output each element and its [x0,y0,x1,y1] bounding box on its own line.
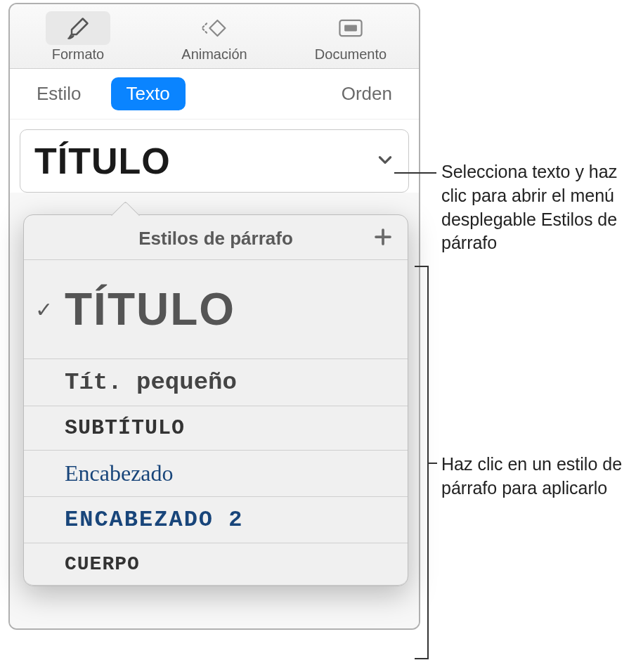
popover-header: Estilos de párrafo [24,215,408,259]
popover-title: Estilos de párrafo [138,228,293,250]
slide-icon [317,11,384,45]
style-item-tit-pequeno[interactable]: Tít. pequeño [24,358,408,406]
tab-text[interactable]: Texto [111,77,186,110]
style-list: ✓ Título Tít. pequeño Subtítulo Encabeza… [24,259,408,586]
callout-leader [429,463,437,464]
style-item-encabezado[interactable]: Encabezado [24,450,408,496]
chevron-down-icon [376,150,394,172]
style-item-cuerpo[interactable]: Cuerpo [24,543,408,586]
add-style-button[interactable] [371,225,395,249]
sub-tabbar: Estilo Texto Orden [10,69,419,119]
current-style-name: Título [34,140,171,182]
style-label: Cuerpo [65,553,140,575]
style-item-encabezado-2[interactable]: Encabezado 2 [24,496,408,543]
checkmark-icon: ✓ [35,297,53,322]
brush-icon [46,11,110,45]
style-label: Subtítulo [65,416,185,440]
style-label: Tít. pequeño [65,369,237,396]
toolbar-animation[interactable]: Animación [146,4,283,68]
style-label: Encabezado 2 [65,507,243,533]
style-item-subtitulo[interactable]: Subtítulo [24,406,408,450]
callout-leader [394,172,436,174]
svg-rect-1 [344,25,357,32]
toolbar-document-label: Documento [315,46,387,63]
inspector-toolbar: Formato Animación Documento [10,4,419,69]
style-item-titulo[interactable]: ✓ Título [24,259,408,358]
tab-style[interactable]: Estilo [21,77,97,110]
callout-text-1: Selecciona texto y haz clic para abrir e… [441,160,636,255]
paragraph-styles-popover: Estilos de párrafo ✓ Título Tít. pequeño… [23,214,408,586]
style-label: Título [65,270,235,349]
toolbar-format[interactable]: Formato [10,4,146,68]
tab-order[interactable]: Orden [326,77,408,110]
diamond-icon [179,11,249,45]
toolbar-document[interactable]: Documento [283,4,419,68]
toolbar-animation-label: Animación [181,46,247,63]
style-label: Encabezado [65,460,174,486]
callout-text-2: Haz clic en un estilo de párrafo para ap… [441,453,636,500]
callout-bracket [415,266,429,659]
toolbar-format-label: Formato [52,46,104,63]
paragraph-style-selector[interactable]: Título [20,129,409,193]
